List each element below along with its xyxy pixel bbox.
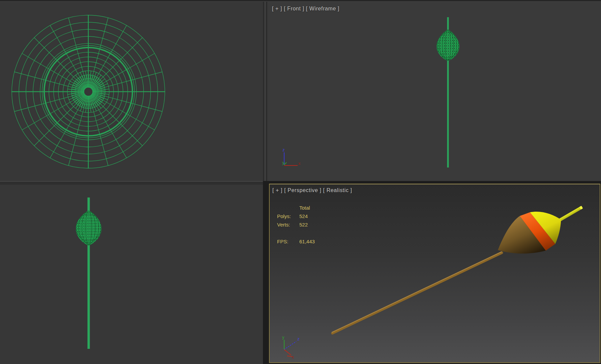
stats-polys-row: Polys: 524 — [277, 212, 315, 220]
left-view-canvas — [0, 185, 263, 364]
axis-x-label: x — [298, 161, 301, 166]
bobber-stick-3d[interactable] — [332, 252, 502, 333]
axis-tripod-perspective: y z x — [282, 335, 300, 360]
viewport-left-view[interactable] — [0, 185, 263, 364]
fps-label: FPS: — [277, 237, 299, 246]
statistics-overlay: Total Polys: 524 Verts: 522 FPS: 61,443 — [277, 204, 315, 246]
bobber-body-front[interactable] — [436, 29, 460, 62]
top-view-canvas — [0, 2, 263, 181]
perspective-canvas: y z x — [270, 184, 600, 362]
viewport-front[interactable]: z y x [ + ] [ Front ] [ Wireframe ] — [267, 2, 601, 181]
stats-header-row: Total — [277, 204, 315, 212]
stats-total-header: Total — [299, 204, 310, 212]
axis-z-label: z — [297, 336, 300, 341]
verts-value: 522 — [299, 220, 308, 229]
viewport-top[interactable] — [0, 2, 263, 181]
viewport-perspective-label[interactable]: [ + ] [ Perspective ] [ Realistic ] — [272, 187, 352, 193]
bobber-body-3d[interactable] — [489, 190, 593, 269]
polys-label: Polys: — [277, 212, 299, 220]
axis-tripod-front: z y x — [282, 147, 301, 166]
axis-z-label: z — [282, 147, 285, 152]
fps-value: 61,443 — [299, 237, 315, 246]
bobber-top-wireframe[interactable] — [12, 15, 165, 168]
stats-verts-row: Verts: 522 — [277, 220, 315, 229]
polys-value: 524 — [299, 212, 308, 220]
stats-fps-row: FPS: 61,443 — [277, 237, 315, 246]
viewport-front-label[interactable]: [ + ] [ Front ] [ Wireframe ] — [272, 6, 339, 12]
viewport-grid: z y x [ + ] [ Front ] [ Wireframe ] — [0, 0, 601, 364]
axis-x-label: x — [292, 355, 294, 360]
front-view-canvas: z y x — [267, 2, 601, 181]
bobber-body-left[interactable] — [75, 210, 102, 247]
axis-y-label: y — [282, 160, 284, 165]
viewport-splitter-vertical[interactable] — [263, 2, 267, 181]
perspective-inner: y z x [ + ] [ Perspective ] [ Realistic … — [270, 184, 600, 362]
viewport-splitter-horizontal[interactable] — [0, 181, 263, 185]
axis-y-label: y — [282, 335, 284, 340]
perspective-frame: y z x [ + ] [ Perspective ] [ Realistic … — [263, 181, 601, 364]
viewport-perspective[interactable]: y z x [ + ] [ Perspective ] [ Realistic … — [269, 184, 600, 363]
verts-label: Verts: — [277, 220, 299, 229]
